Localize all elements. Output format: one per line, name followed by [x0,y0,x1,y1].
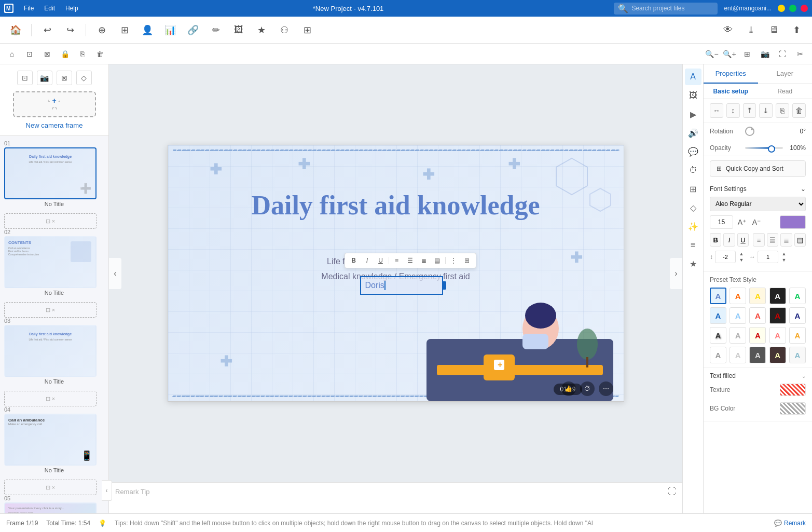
transform-flip-h[interactable]: ↔ [710,103,723,118]
slide-thumbnail-5[interactable]: Your presentation Every click is a story… [4,502,97,513]
zoom-in-btn[interactable]: 🔍+ [722,47,737,61]
right-apps-btn[interactable]: ⊞ [685,181,701,197]
font-select[interactable]: Aleo Regular [710,197,806,211]
preset-row3-5[interactable]: A [789,347,806,363]
canvas-fullscreen-btn[interactable]: ⛶ [775,47,790,61]
timer-btn[interactable]: ⏱ [580,381,595,396]
font-color-swatch[interactable] [780,215,806,229]
format-bold-btn[interactable]: B [348,255,360,266]
format-italic-btn[interactable]: I [362,255,373,266]
right-audio-btn[interactable]: 🔊 [685,125,701,141]
line-spacing-input[interactable] [715,251,736,263]
opacity-slider[interactable] [745,147,783,149]
font-size-down-btn[interactable]: A⁻ [751,216,762,228]
preset-default[interactable]: A [710,288,726,304]
slide-shape-btn[interactable]: ◇ [76,71,92,85]
props-subtab-read[interactable]: Read [758,84,813,99]
preset-row3-2[interactable]: A [730,347,746,363]
preset-red[interactable]: A [749,307,766,324]
format-align-right-btn[interactable]: ≣ [418,255,430,266]
preset-light-blue[interactable]: A [730,307,746,324]
canvas-screenshot-btn[interactable]: 📷 [757,47,773,61]
transform-copy[interactable]: ⎘ [776,103,789,118]
texture-swatch[interactable] [780,384,806,396]
preset-yellow[interactable]: A [749,288,766,304]
format-underline-toggle[interactable]: U [737,233,749,247]
format-align-center-btn[interactable]: ☰ [405,255,416,266]
canvas-nav-right[interactable]: › [670,258,682,289]
pen-button[interactable]: ✏ [207,21,225,39]
preset-orange[interactable]: A [730,288,746,304]
canvas-main-title[interactable]: Daily first aid knowledge [184,189,608,222]
slide-item-2[interactable]: 02 CONTENTS Call an ambulance First aid … [4,229,104,296]
slide-select-btn[interactable]: ⊠ [57,71,72,85]
home-button[interactable]: 🏠 [6,21,25,39]
redo-button[interactable]: ↪ [61,21,79,39]
format-bold-toggle[interactable]: B [710,233,721,247]
zoom-out-btn[interactable]: 🔍− [704,47,720,61]
new-camera-frame-btn[interactable]: ⌞ + ⌟ ⌜⌝ [13,91,96,117]
right-clock-btn[interactable]: ⏱ [685,162,701,179]
rotation-circle[interactable] [745,127,754,136]
layout-button[interactable]: ⊞ [115,21,134,39]
props-tab-properties[interactable]: Properties [704,64,758,84]
search-input[interactable] [631,5,704,12]
preset-deep-blue[interactable]: A [789,307,806,324]
star-button[interactable]: ★ [252,21,271,39]
canvas-align-btn[interactable]: ⊞ [739,47,755,61]
quick-copy-btn[interactable]: ⊞ Quick Copy and Sort [710,160,806,177]
slide-add-btn-1[interactable]: ⊡ × [4,213,97,229]
export-button[interactable]: ⤓ [741,21,760,39]
canvas-nav-left[interactable]: ‹ [109,258,121,289]
share-button[interactable]: ⚇ [275,21,294,39]
format-align-left-toggle[interactable]: ≡ [753,233,764,247]
slide-thumbnail-2[interactable]: CONTENTS Call an ambulance First aid for… [4,236,97,288]
format-align-center-toggle[interactable]: ☰ [767,233,778,247]
font-size-up-btn[interactable]: A⁺ [736,216,748,228]
collapse-slides-btn[interactable]: ‹ [102,480,112,501]
preset-gradient1[interactable]: A [769,327,786,344]
settings-button[interactable]: 🖥 [764,21,783,39]
view-button[interactable]: 👁 [719,21,737,39]
canvas-home-icon[interactable]: ⌂ [4,47,20,61]
right-comment-btn[interactable]: 💬 [685,143,701,160]
text-filled-title-row[interactable]: Text filled ⌄ [710,372,806,379]
right-video-btn[interactable]: ▶ [685,106,701,122]
letter-spacing-down[interactable]: ▼ [780,257,788,263]
transform-flip-v[interactable]: ↕ [726,103,740,118]
preset-blue-outline[interactable]: A [710,307,726,324]
format-more-btn[interactable]: ⊞ [461,255,473,266]
line-spacing-up[interactable]: ▲ [738,251,745,257]
right-shapes-btn[interactable]: ◇ [685,199,701,216]
canvas-delete-btn[interactable]: 🗑 [92,47,108,61]
bg-color-swatch[interactable] [780,402,806,415]
format-underline-btn[interactable]: U [375,255,387,266]
preset-light-gray[interactable]: A [730,327,746,344]
minimize-button[interactable]: − [778,5,785,12]
right-text-btn[interactable]: A [685,69,701,85]
slide-add-btn-3[interactable]: ⊡ × [4,391,97,406]
right-star-btn[interactable]: ★ [685,255,701,272]
preset-green[interactable]: A [789,288,806,304]
props-tab-layer[interactable]: Layer [758,64,813,84]
canvas-lock-btn[interactable]: 🔒 [57,47,73,61]
search-bar[interactable]: 🔍 [614,3,718,15]
canvas-fit-btn[interactable]: ⊡ [22,47,37,61]
slide-item-4[interactable]: 04 Call an ambulance Make an emergency c… [4,406,104,473]
slide-item-1[interactable]: 01 Daily first aid knowledge Life first … [4,140,104,207]
font-settings-title[interactable]: Font Settings ⌄ [710,185,806,193]
right-layers-btn[interactable]: ≡ [685,237,701,253]
canvas-crop-btn[interactable]: ⊠ [39,47,55,61]
chart-button[interactable]: 📊 [161,21,180,39]
canvas-copy-btn[interactable]: ⎘ [75,47,90,61]
apps-button[interactable]: ⊞ [298,21,316,39]
format-align-left-btn[interactable]: ≡ [391,255,403,266]
slide-thumbnail-3[interactable]: Daily first aid knowledge Life first aid… [4,325,97,377]
slide-item-5[interactable]: 05 Your presentation Every click is a st… [4,495,104,513]
image-button[interactable]: 🖼 [229,21,248,39]
preset-row3-3[interactable]: A [749,347,766,363]
format-list-btn[interactable]: ⋮ [448,255,459,266]
props-subtab-basic[interactable]: Basic setup [704,84,758,99]
link-button[interactable]: 🔗 [184,21,202,39]
preset-row3-4[interactable]: A [769,347,786,363]
